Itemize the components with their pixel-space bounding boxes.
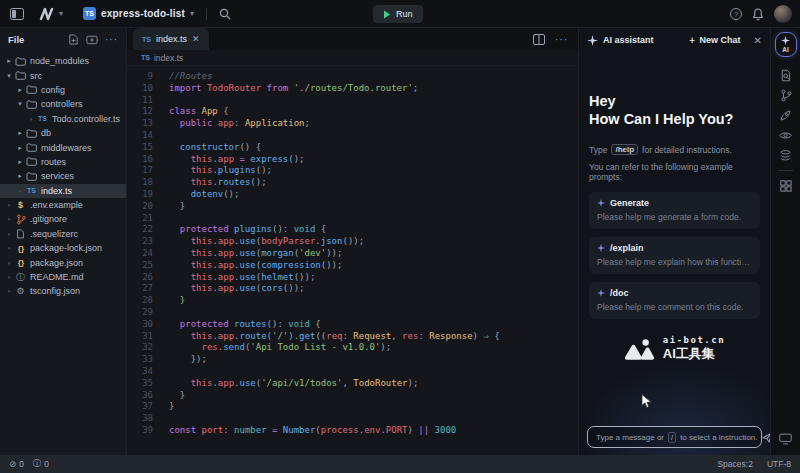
problems-warnings[interactable]: ⓘ 0 (33, 458, 49, 470)
folder-icon (25, 129, 38, 138)
code-line: 26 this.app.use(helmet()); (127, 272, 578, 284)
item-label: .env.example (30, 200, 83, 210)
file-tree-item[interactable]: ●{ }package-lock.json (0, 241, 126, 255)
file-tree-item[interactable]: ●{ }package.json (0, 255, 126, 269)
code-line: 28 } (127, 295, 578, 307)
project-selector[interactable]: TS express-todo-list ▾ (83, 7, 194, 20)
notifications-bell-icon[interactable] (752, 8, 764, 21)
file-tree-item[interactable]: ▸services (0, 169, 126, 183)
encoding-setting[interactable]: UTF-8 (767, 459, 791, 469)
prompt-card[interactable]: /explainPlease help me explain how this … (589, 237, 760, 274)
code-line: 23 this.app.use(bodyParser.json()); (127, 236, 578, 248)
prompt-card-description: Please help me generate a form code. (597, 212, 752, 222)
file-tree-item[interactable]: ▸routes (0, 155, 126, 169)
file-tree-item[interactable]: ●TSTodo.controller.ts (0, 112, 126, 126)
braces-icon: { } (14, 244, 27, 253)
item-dot: ● (4, 216, 14, 222)
prompts-intro: You can refer to the following example p… (589, 162, 760, 182)
line-number: 25 (127, 260, 153, 272)
database-stack-icon[interactable] (779, 145, 792, 165)
file-tree-item[interactable]: ●.gitignore (0, 212, 126, 226)
item-dot: ● (26, 116, 36, 122)
split-editor-icon[interactable] (533, 34, 545, 45)
code-line: 30 protected routes(): void { (127, 319, 578, 331)
code-line: 25 this.app.use(compression()); (127, 260, 578, 272)
gear-icon: ⚙ (14, 286, 27, 296)
problems-errors[interactable]: ⊘ 0 (9, 459, 24, 469)
file-tree-item[interactable]: ●ⓘREADME.md (0, 270, 126, 284)
chevron-right-icon: ▸ (4, 57, 14, 65)
deploy-rocket-icon[interactable] (779, 105, 792, 125)
tab-index-ts[interactable]: TS index.ts ✕ (133, 28, 209, 50)
prompt-card[interactable]: GeneratePlease help me generate a form c… (589, 192, 760, 229)
source-control-icon[interactable] (780, 85, 792, 105)
chat-message-input[interactable]: Type a message or / to select a instruct… (587, 426, 762, 448)
sparkle-icon (597, 199, 605, 207)
file-tree-item[interactable]: ●TSindex.ts (0, 184, 126, 198)
file-search-icon[interactable] (779, 65, 792, 85)
item-label: .gitignore (30, 214, 67, 224)
new-chat-button[interactable]: ＋ New Chat (688, 34, 741, 47)
code-line: 29 (127, 307, 578, 319)
rail-ai-assistant[interactable]: AI (775, 32, 797, 57)
help-command-keycap[interactable]: /help (611, 144, 638, 155)
code-line: 34 (127, 366, 578, 378)
item-label: node_modules (30, 56, 89, 66)
item-label: README.md (30, 272, 84, 282)
line-number: 33 (127, 354, 153, 366)
code-line: 10import TodoRouter from './routes/Todo.… (127, 83, 578, 95)
chevron-right-icon: ▸ (15, 129, 25, 137)
breadcrumb[interactable]: TS index.ts (127, 50, 578, 66)
mouse-cursor (641, 394, 652, 409)
run-button[interactable]: Run (373, 5, 423, 23)
prompt-card[interactable]: /docPlease help me comment on this code. (589, 282, 760, 319)
search-icon[interactable] (219, 8, 231, 20)
close-icon[interactable]: ✕ (754, 35, 762, 46)
user-avatar[interactable] (774, 5, 792, 23)
ts-badge: TS (83, 7, 96, 20)
item-label: package-lock.json (30, 243, 102, 253)
file-tree-item[interactable]: ▸config (0, 83, 126, 97)
file-tree-item[interactable]: ●⚙tsconfig.json (0, 284, 126, 298)
file-tree-item[interactable]: ▸middlewares (0, 140, 126, 154)
sidebar-toggle-icon[interactable] (10, 8, 24, 20)
help-hint: Type /help for detailed instructions. (589, 144, 760, 155)
item-label: .sequelizerc (30, 229, 78, 239)
code-editor[interactable]: 9//Routes10import TodoRouter from './rou… (127, 66, 578, 455)
file-tree-item[interactable]: ▾src (0, 68, 126, 82)
ai-sparkle-icon (587, 35, 598, 46)
line-number: 29 (127, 307, 153, 319)
line-number: 30 (127, 319, 153, 331)
panel-monitor-icon[interactable] (779, 429, 792, 449)
item-dot: ● (4, 202, 14, 208)
line-number: 24 (127, 248, 153, 260)
file-tree-item[interactable]: ▸node_modules (0, 54, 126, 68)
env-icon: $ (14, 200, 27, 210)
more-actions-icon[interactable]: ··· (105, 34, 118, 45)
preview-eye-icon[interactable] (779, 125, 792, 145)
help-icon[interactable]: ? (730, 8, 742, 20)
watermark: ai-bot.cn AI工具集 (589, 335, 760, 363)
file-tree-item[interactable]: ▾controllers (0, 97, 126, 111)
ts-file-icon: TS (141, 54, 150, 61)
item-label: controllers (41, 99, 83, 109)
app-logo[interactable]: ▾ (38, 7, 63, 21)
project-name: express-todo-list (101, 8, 185, 19)
prompt-card-title: /explain (610, 243, 644, 253)
ts-icon: TS (36, 115, 49, 122)
close-icon[interactable]: ✕ (192, 34, 200, 44)
new-file-icon[interactable] (68, 34, 79, 45)
folder-icon (25, 172, 38, 181)
file-tree-item[interactable]: ●$.env.example (0, 198, 126, 212)
new-folder-icon[interactable] (86, 34, 98, 45)
extensions-grid-icon[interactable] (780, 176, 792, 196)
logo-icon (38, 7, 56, 21)
file-tree-item[interactable]: ▸db (0, 126, 126, 140)
file-tree-item[interactable]: ●.sequelizerc (0, 227, 126, 241)
folder-icon (25, 143, 38, 152)
indentation-setting[interactable]: Spaces:2 (717, 459, 752, 469)
title-bar: ▾ TS express-todo-list ▾ Run ? (0, 0, 800, 28)
editor-more-icon[interactable]: ··· (555, 34, 568, 45)
line-number: 27 (127, 283, 153, 295)
explorer-title: File (8, 34, 61, 45)
